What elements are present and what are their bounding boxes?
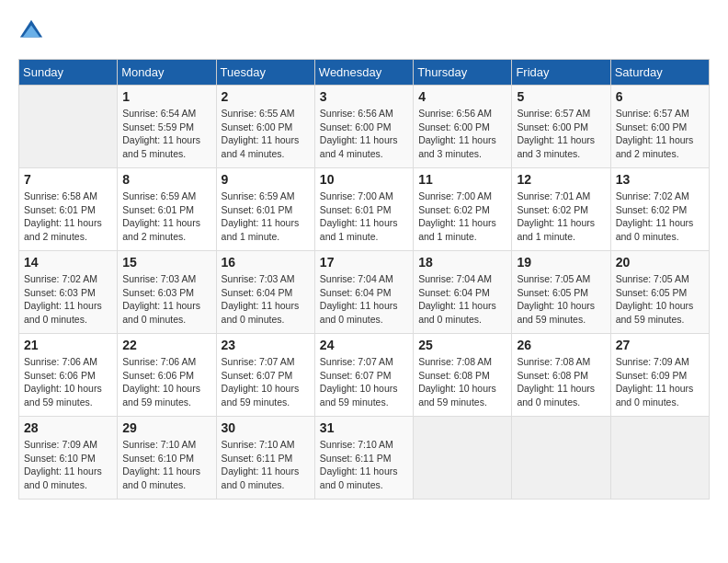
day-cell: 4Sunrise: 6:56 AM Sunset: 6:00 PM Daylig… bbox=[414, 86, 512, 168]
day-info: Sunrise: 7:10 AM Sunset: 6:11 PM Dayligh… bbox=[222, 438, 310, 492]
day-info: Sunrise: 6:59 AM Sunset: 6:01 PM Dayligh… bbox=[122, 190, 210, 244]
column-header-friday: Friday bbox=[512, 60, 610, 86]
day-cell: 28Sunrise: 7:09 AM Sunset: 6:10 PM Dayli… bbox=[19, 417, 118, 500]
day-number: 8 bbox=[122, 172, 210, 187]
day-cell: 15Sunrise: 7:03 AM Sunset: 6:03 PM Dayli… bbox=[118, 251, 216, 334]
day-info: Sunrise: 7:04 AM Sunset: 6:04 PM Dayligh… bbox=[320, 272, 408, 327]
day-cell: 23Sunrise: 7:07 AM Sunset: 6:07 PM Dayli… bbox=[216, 334, 314, 417]
day-cell: 13Sunrise: 7:02 AM Sunset: 6:02 PM Dayli… bbox=[610, 168, 709, 251]
day-number: 13 bbox=[616, 172, 704, 187]
day-number: 23 bbox=[222, 338, 310, 352]
day-cell: 24Sunrise: 7:07 AM Sunset: 6:07 PM Dayli… bbox=[314, 334, 413, 417]
day-number: 29 bbox=[122, 420, 210, 435]
day-cell: 12Sunrise: 7:01 AM Sunset: 6:02 PM Dayli… bbox=[512, 168, 610, 251]
day-info: Sunrise: 7:07 AM Sunset: 6:07 PM Dayligh… bbox=[320, 355, 408, 409]
day-number: 20 bbox=[616, 255, 704, 270]
day-info: Sunrise: 7:00 AM Sunset: 6:01 PM Dayligh… bbox=[320, 190, 408, 244]
column-header-thursday: Thursday bbox=[414, 60, 512, 86]
day-cell bbox=[610, 417, 709, 500]
day-info: Sunrise: 7:09 AM Sunset: 6:09 PM Dayligh… bbox=[616, 355, 704, 409]
day-cell: 6Sunrise: 6:57 AM Sunset: 6:00 PM Daylig… bbox=[610, 86, 709, 168]
day-cell: 17Sunrise: 7:04 AM Sunset: 6:04 PM Dayli… bbox=[314, 251, 413, 334]
day-cell: 5Sunrise: 6:57 AM Sunset: 6:00 PM Daylig… bbox=[512, 86, 610, 168]
day-number: 7 bbox=[24, 172, 112, 187]
day-cell: 9Sunrise: 6:59 AM Sunset: 6:01 PM Daylig… bbox=[216, 168, 314, 251]
day-info: Sunrise: 7:10 AM Sunset: 6:11 PM Dayligh… bbox=[320, 438, 408, 492]
day-number: 26 bbox=[517, 338, 605, 352]
day-number: 22 bbox=[122, 338, 210, 352]
week-row-3: 14Sunrise: 7:02 AM Sunset: 6:03 PM Dayli… bbox=[19, 251, 710, 334]
day-cell: 27Sunrise: 7:09 AM Sunset: 6:09 PM Dayli… bbox=[610, 334, 709, 417]
week-row-4: 21Sunrise: 7:06 AM Sunset: 6:06 PM Dayli… bbox=[19, 334, 710, 417]
day-cell: 8Sunrise: 6:59 AM Sunset: 6:01 PM Daylig… bbox=[118, 168, 216, 251]
day-info: Sunrise: 6:57 AM Sunset: 6:00 PM Dayligh… bbox=[616, 107, 704, 161]
day-number: 14 bbox=[24, 255, 112, 270]
day-info: Sunrise: 7:09 AM Sunset: 6:10 PM Dayligh… bbox=[24, 438, 112, 492]
day-info: Sunrise: 6:56 AM Sunset: 6:00 PM Dayligh… bbox=[418, 107, 506, 161]
day-cell: 22Sunrise: 7:06 AM Sunset: 6:06 PM Dayli… bbox=[118, 334, 216, 417]
day-cell: 20Sunrise: 7:05 AM Sunset: 6:05 PM Dayli… bbox=[610, 251, 709, 334]
column-header-sunday: Sunday bbox=[19, 60, 118, 86]
day-cell bbox=[19, 86, 118, 168]
day-cell: 25Sunrise: 7:08 AM Sunset: 6:08 PM Dayli… bbox=[414, 334, 512, 417]
day-number: 24 bbox=[320, 338, 408, 352]
header bbox=[18, 18, 710, 44]
day-cell: 31Sunrise: 7:10 AM Sunset: 6:11 PM Dayli… bbox=[314, 417, 413, 500]
day-cell bbox=[512, 417, 610, 500]
day-info: Sunrise: 7:06 AM Sunset: 6:06 PM Dayligh… bbox=[24, 355, 112, 409]
column-header-tuesday: Tuesday bbox=[216, 60, 314, 86]
day-cell: 26Sunrise: 7:08 AM Sunset: 6:08 PM Dayli… bbox=[512, 334, 610, 417]
day-number: 30 bbox=[222, 420, 310, 435]
calendar-table: SundayMondayTuesdayWednesdayThursdayFrid… bbox=[18, 59, 710, 500]
day-info: Sunrise: 7:08 AM Sunset: 6:08 PM Dayligh… bbox=[418, 355, 506, 409]
logo bbox=[18, 18, 48, 44]
day-number: 18 bbox=[418, 255, 506, 270]
day-cell: 3Sunrise: 6:56 AM Sunset: 6:00 PM Daylig… bbox=[314, 86, 413, 168]
day-info: Sunrise: 6:55 AM Sunset: 6:00 PM Dayligh… bbox=[222, 107, 310, 161]
day-cell: 2Sunrise: 6:55 AM Sunset: 6:00 PM Daylig… bbox=[216, 86, 314, 168]
day-info: Sunrise: 6:58 AM Sunset: 6:01 PM Dayligh… bbox=[24, 190, 112, 244]
day-number: 27 bbox=[616, 338, 704, 352]
day-number: 11 bbox=[418, 172, 506, 187]
column-header-monday: Monday bbox=[118, 60, 216, 86]
day-info: Sunrise: 7:02 AM Sunset: 6:03 PM Dayligh… bbox=[24, 272, 112, 327]
day-number: 21 bbox=[24, 338, 112, 352]
day-number: 4 bbox=[418, 89, 506, 104]
day-cell: 29Sunrise: 7:10 AM Sunset: 6:10 PM Dayli… bbox=[118, 417, 216, 500]
day-number: 9 bbox=[222, 172, 310, 187]
day-info: Sunrise: 7:03 AM Sunset: 6:03 PM Dayligh… bbox=[122, 272, 210, 327]
day-info: Sunrise: 7:10 AM Sunset: 6:10 PM Dayligh… bbox=[122, 438, 210, 492]
day-number: 16 bbox=[222, 255, 310, 270]
day-info: Sunrise: 7:00 AM Sunset: 6:02 PM Dayligh… bbox=[418, 190, 506, 244]
day-cell bbox=[414, 417, 512, 500]
day-info: Sunrise: 7:02 AM Sunset: 6:02 PM Dayligh… bbox=[616, 190, 704, 244]
day-number: 2 bbox=[222, 89, 310, 104]
day-info: Sunrise: 7:08 AM Sunset: 6:08 PM Dayligh… bbox=[517, 355, 605, 409]
week-row-1: 1Sunrise: 6:54 AM Sunset: 5:59 PM Daylig… bbox=[19, 86, 710, 168]
day-info: Sunrise: 7:05 AM Sunset: 6:05 PM Dayligh… bbox=[517, 272, 605, 327]
logo-icon bbox=[18, 18, 44, 44]
day-number: 31 bbox=[320, 420, 408, 435]
day-number: 15 bbox=[122, 255, 210, 270]
day-info: Sunrise: 7:03 AM Sunset: 6:04 PM Dayligh… bbox=[222, 272, 310, 327]
day-info: Sunrise: 7:07 AM Sunset: 6:07 PM Dayligh… bbox=[222, 355, 310, 409]
day-info: Sunrise: 6:54 AM Sunset: 5:59 PM Dayligh… bbox=[122, 107, 210, 161]
column-header-saturday: Saturday bbox=[610, 60, 709, 86]
day-cell: 11Sunrise: 7:00 AM Sunset: 6:02 PM Dayli… bbox=[414, 168, 512, 251]
day-info: Sunrise: 6:57 AM Sunset: 6:00 PM Dayligh… bbox=[517, 107, 605, 161]
day-cell: 7Sunrise: 6:58 AM Sunset: 6:01 PM Daylig… bbox=[19, 168, 118, 251]
day-cell: 21Sunrise: 7:06 AM Sunset: 6:06 PM Dayli… bbox=[19, 334, 118, 417]
day-info: Sunrise: 7:04 AM Sunset: 6:04 PM Dayligh… bbox=[418, 272, 506, 327]
week-row-2: 7Sunrise: 6:58 AM Sunset: 6:01 PM Daylig… bbox=[19, 168, 710, 251]
day-number: 3 bbox=[320, 89, 408, 104]
day-cell: 10Sunrise: 7:00 AM Sunset: 6:01 PM Dayli… bbox=[314, 168, 413, 251]
day-info: Sunrise: 7:01 AM Sunset: 6:02 PM Dayligh… bbox=[517, 190, 605, 244]
day-number: 10 bbox=[320, 172, 408, 187]
column-headers: SundayMondayTuesdayWednesdayThursdayFrid… bbox=[19, 60, 710, 86]
day-number: 6 bbox=[616, 89, 704, 104]
day-number: 5 bbox=[517, 89, 605, 104]
day-info: Sunrise: 7:05 AM Sunset: 6:05 PM Dayligh… bbox=[616, 272, 704, 327]
day-number: 25 bbox=[418, 338, 506, 352]
day-cell: 16Sunrise: 7:03 AM Sunset: 6:04 PM Dayli… bbox=[216, 251, 314, 334]
day-number: 17 bbox=[320, 255, 408, 270]
